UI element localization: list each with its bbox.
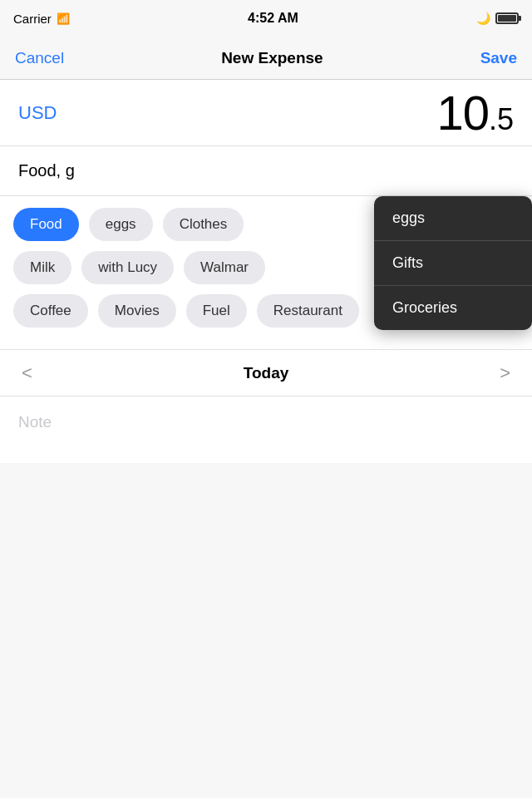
status-right: 🌙 [476, 12, 519, 25]
tag-eggs[interactable]: eggs [89, 208, 153, 241]
status-left: Carrier 📶 [13, 12, 70, 26]
date-prev-button[interactable]: < [22, 362, 32, 384]
tag-walmart[interactable]: Walmar [184, 251, 265, 284]
note-section[interactable]: Note [0, 397, 532, 463]
moon-icon: 🌙 [476, 12, 490, 25]
save-button[interactable]: Save [480, 49, 517, 67]
cancel-button[interactable]: Cancel [15, 49, 64, 67]
dropdown-item-gifts[interactable]: Gifts [374, 241, 532, 286]
currency-label[interactable]: USD [18, 102, 57, 124]
dropdown-item-eggs[interactable]: eggs [374, 196, 532, 241]
description-input[interactable] [18, 161, 514, 180]
tag-fuel[interactable]: Fuel [186, 294, 247, 328]
tag-food[interactable]: Food [13, 208, 79, 241]
tag-with-lucy[interactable]: with Lucy [81, 251, 174, 284]
dropdown-item-groceries[interactable]: Groceries [374, 286, 532, 330]
status-bar: Carrier 📶 4:52 AM 🌙 [0, 0, 532, 37]
date-next-button[interactable]: > [500, 362, 510, 384]
date-nav: < Today > [0, 350, 532, 397]
nav-title: New Expense [221, 49, 323, 67]
amount-decimal: .5 [489, 102, 514, 136]
battery-icon [495, 12, 519, 24]
status-time: 4:52 AM [248, 11, 298, 26]
tag-milk[interactable]: Milk [13, 251, 71, 284]
amount-section: USD 10.5 [0, 80, 532, 146]
amount-display: 10.5 [436, 85, 514, 140]
tag-clothes[interactable]: Clothes [163, 208, 244, 241]
nav-bar: Cancel New Expense Save [0, 37, 532, 80]
description-section [0, 146, 532, 196]
wifi-icon: 📶 [57, 12, 70, 25]
carrier-text: Carrier [13, 12, 52, 26]
tags-section: Food eggs Clothes Milk with Lucy Walmar … [0, 196, 532, 350]
amount-whole: 10 [436, 86, 489, 140]
date-label: Today [244, 364, 289, 382]
note-placeholder: Note [18, 413, 52, 431]
tag-coffee[interactable]: Coffee [13, 294, 88, 328]
tag-movies[interactable]: Movies [98, 294, 176, 328]
autocomplete-dropdown: eggs Gifts Groceries [374, 196, 532, 330]
tag-restaurant[interactable]: Restaurant [257, 294, 359, 328]
